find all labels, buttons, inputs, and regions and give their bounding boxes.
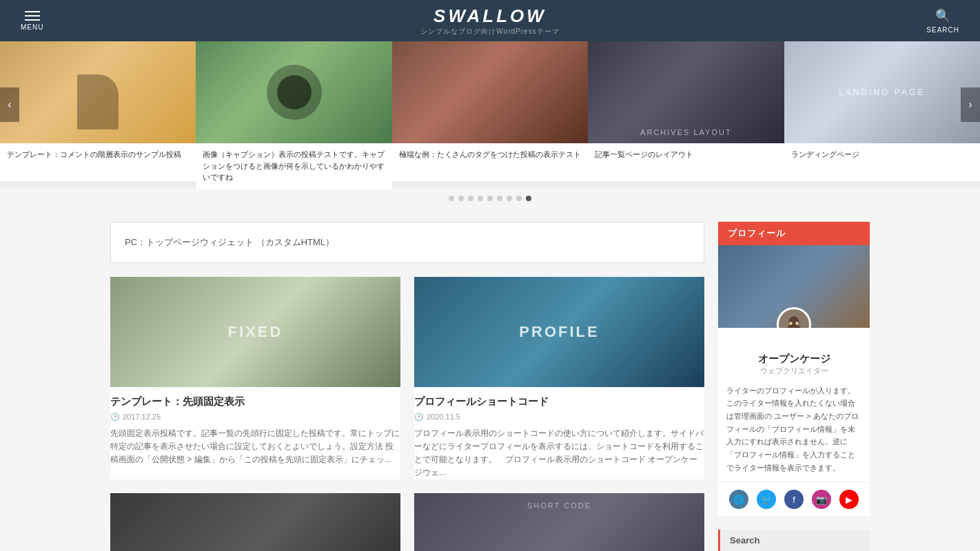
slide-caption-4: 記事一覧ページのレイアウト [588, 143, 784, 181]
dot-2[interactable] [458, 196, 464, 201]
social-youtube-link[interactable]: ▶ [839, 490, 859, 509]
post-card-excerpt-1: 先頭固定表示投稿です。記事一覧の先頭行に固定した投稿です。常にトップに特定の記事… [110, 427, 400, 467]
sidebar: プロフィール オープンケージ ウェブクリエイター ライターのプ [718, 222, 870, 552]
slide-caption-2: 画像（キャプション）表示の投稿テストです。キャプションをつけると画像が何を示して… [196, 143, 391, 189]
post-card-4[interactable]: ACCORDION [414, 493, 704, 551]
post-card-date-2: 🕐 2020.11.5 [414, 413, 704, 422]
content-area: PC：トップページウィジェット （カスタムHTML） テンプレート：先頭固定表示… [110, 222, 704, 552]
dot-6[interactable] [497, 196, 502, 201]
dot-1[interactable] [449, 196, 454, 201]
slide-image-1 [0, 41, 196, 143]
site-tagline: シンプルなブログ向けWordPressテーマ [420, 27, 559, 37]
search-button[interactable]: 🔍 SEARCH [926, 8, 959, 34]
slide-image-4: ARCHIVES LAYOUT [588, 41, 784, 143]
social-instagram-link[interactable]: 📷 [812, 490, 831, 509]
hamburger-icon [25, 11, 40, 21]
post-card-title-2[interactable]: プロフィールショートコード [414, 394, 704, 408]
social-globe-link[interactable]: 🌐 [729, 490, 748, 509]
slide-caption-1: テンプレート：コメントの階層表示のサンプル投稿 [0, 143, 196, 181]
profile-avatar-wrap [777, 307, 811, 328]
dot-7[interactable] [507, 196, 512, 201]
post-card-image-2 [414, 277, 704, 387]
post-card-image-4 [414, 493, 704, 551]
main-layout: PC：トップページウィジェット （カスタムHTML） テンプレート：先頭固定表示… [103, 208, 877, 552]
post-card-date-1: 🕐 2017.12.25 [110, 413, 400, 422]
dot-4[interactable] [478, 196, 483, 201]
site-header: MENU SWALLOW シンプルなブログ向けWordPressテーマ 🔍 SE… [0, 0, 980, 41]
profile-image-area [718, 245, 870, 328]
post-card-excerpt-2: プロフィール表示用のショートコードの使い方について紹介します。サイドバーなどにラ… [414, 427, 704, 480]
slide-caption-3: 極端な例：たくさんのタグをつけた投稿の表示テスト [392, 143, 588, 181]
search-icon: 🔍 [935, 8, 950, 23]
social-facebook-link[interactable]: f [784, 490, 804, 509]
slide-item[interactable]: LANDING PAGE ランディングページ [784, 41, 980, 189]
site-title: SWALLOW [420, 6, 559, 27]
slide-image-3 [392, 41, 588, 143]
post-card-1[interactable]: テンプレート：先頭固定表示 🕐 2017.12.25 先頭固定表示投稿です。記事… [110, 277, 400, 480]
profile-name: オープンケージ [718, 347, 870, 366]
dot-5[interactable] [487, 196, 493, 201]
sidebar-profile-title: プロフィール [718, 222, 870, 245]
svg-point-1 [787, 324, 802, 328]
widget-banner-text: PC：トップページウィジェット （カスタムHTML） [125, 237, 334, 247]
profile-avatar [777, 307, 811, 328]
dot-3[interactable] [468, 196, 473, 201]
svg-point-3 [795, 322, 799, 325]
slide-caption-5: ランディングページ [784, 143, 980, 181]
slide-prev-button[interactable]: ‹ [0, 87, 19, 122]
slide-image-2 [196, 41, 391, 143]
post-card-body-1: テンプレート：先頭固定表示 🕐 2017.12.25 先頭固定表示投稿です。記事… [110, 387, 400, 467]
dot-9[interactable] [526, 196, 531, 201]
sidebar-search-title: Search [718, 530, 870, 551]
post-thumbnail-rhino [110, 277, 400, 387]
social-twitter-link[interactable]: 🐦 [757, 490, 776, 509]
post-card-2[interactable]: プロフィールショートコード 🕐 2020.11.5 プロフィール表示用のショート… [414, 277, 704, 480]
clock-icon: 🕐 [414, 413, 424, 422]
slide-item[interactable]: 極端な例：たくさんのタグをつけた投稿の表示テスト [392, 41, 588, 189]
search-label: SEARCH [926, 26, 959, 34]
profile-avatar-icon [784, 314, 804, 328]
site-logo[interactable]: SWALLOW シンプルなブログ向けWordPressテーマ [420, 6, 559, 37]
slides-wrapper: テンプレート：コメントの階層表示のサンプル投稿 画像（キャプション）表示の投稿テ… [0, 41, 980, 189]
slide-item[interactable]: ARCHIVES LAYOUT 記事一覧ページのレイアウト [588, 41, 784, 189]
post-card-3[interactable]: shorT COde [110, 493, 400, 551]
slider-container: ‹ テンプレート：コメントの階層表示のサンプル投稿 画像（キャプション）表示の投… [0, 41, 980, 189]
sidebar-search-section: Search [718, 530, 870, 551]
profile-social: 🌐 🐦 f 📷 ▶ [718, 482, 870, 516]
slider-section: ‹ テンプレート：コメントの階層表示のサンプル投稿 画像（キャプション）表示の投… [0, 41, 980, 208]
post-thumbnail-shortcode [110, 493, 400, 551]
sidebar-profile-section: プロフィール オープンケージ ウェブクリエイター ライターのプ [718, 222, 870, 517]
dot-8[interactable] [516, 196, 522, 201]
post-card-image-1 [110, 277, 400, 387]
menu-label: MENU [21, 23, 43, 31]
post-card-title-1[interactable]: テンプレート：先頭固定表示 [110, 394, 400, 408]
slide-image-5: LANDING PAGE [784, 41, 980, 143]
clock-icon: 🕐 [110, 413, 120, 422]
profile-role: ウェブクリエイター [718, 366, 870, 376]
menu-button[interactable]: MENU [21, 11, 43, 31]
post-thumbnail-accordion [414, 493, 704, 551]
slide-next-button[interactable]: › [961, 87, 980, 122]
slide-item[interactable]: テンプレート：コメントの階層表示のサンプル投稿 [0, 41, 196, 189]
slide-item[interactable]: 画像（キャプション）表示の投稿テストです。キャプションをつけると画像が何を示して… [196, 41, 391, 189]
post-thumbnail-profile [414, 277, 704, 387]
widget-banner: PC：トップページウィジェット （カスタムHTML） [110, 222, 704, 263]
profile-bio: ライターのプロフィールが入ります。このライター情報を入れたくない場合は管理画面の… [718, 384, 870, 483]
slide-dots [0, 189, 980, 208]
post-card-body-2: プロフィールショートコード 🕐 2020.11.5 プロフィール表示用のショート… [414, 387, 704, 480]
svg-point-2 [789, 322, 793, 325]
post-card-image-3 [110, 493, 400, 551]
post-grid: テンプレート：先頭固定表示 🕐 2017.12.25 先頭固定表示投稿です。記事… [110, 277, 704, 552]
